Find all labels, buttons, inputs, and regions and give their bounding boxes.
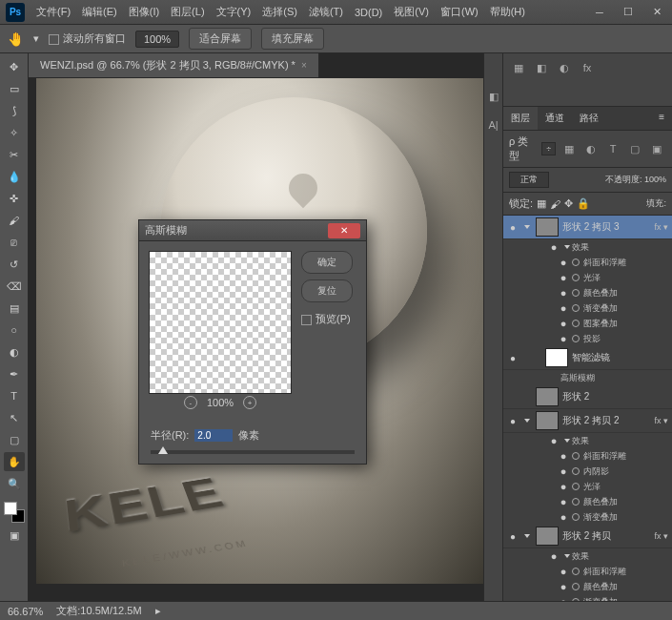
wand-tool[interactable]: ✧ [4, 123, 25, 142]
visibility-toggle[interactable]: ● [503, 353, 522, 363]
dialog-preview[interactable] [149, 251, 292, 394]
menu-3d[interactable]: 3D(D) [349, 7, 388, 18]
move-tool[interactable]: ✥ [4, 57, 25, 76]
tab-paths[interactable]: 路径 [572, 107, 606, 130]
fill-screen-button[interactable]: 填充屏幕 [261, 28, 324, 50]
layer-thumbnail[interactable] [536, 527, 559, 546]
fx-item[interactable]: ●光泽 [503, 270, 672, 285]
layer-name[interactable]: 形状 2 拷贝 [562, 529, 654, 543]
dialog-close-button[interactable]: ✕ [328, 223, 360, 238]
lock-position-icon[interactable]: ✥ [564, 197, 573, 210]
layer-name[interactable]: 智能滤镜 [572, 351, 672, 364]
menu-window[interactable]: 窗口(W) [435, 5, 484, 19]
fx-item[interactable]: ●斜面和浮雕 [503, 448, 672, 464]
close-button[interactable]: ✕ [643, 4, 670, 21]
type-tool[interactable]: T [4, 386, 25, 405]
layer-row[interactable]: ●形状 2 拷贝fx ▾ [503, 525, 672, 548]
history-panel-icon[interactable]: ◧ [484, 82, 502, 111]
filter-adjust-icon[interactable]: ◐ [582, 140, 601, 157]
color-panel-icon[interactable]: ▦ [509, 59, 528, 76]
eyedropper-tool[interactable]: 💧 [4, 167, 25, 186]
ok-button[interactable]: 确定 [301, 251, 353, 274]
styles-panel-icon[interactable]: fx [578, 59, 597, 76]
pen-tool[interactable]: ✒ [4, 364, 25, 383]
gradient-tool[interactable]: ▤ [4, 299, 25, 318]
menu-filter[interactable]: 滤镜(T) [303, 5, 349, 19]
blur-tool[interactable]: ○ [4, 320, 25, 340]
lock-all-icon[interactable]: 🔒 [577, 197, 590, 210]
lock-pixels-icon[interactable]: 🖌 [550, 198, 560, 210]
status-arrow-icon[interactable]: ▸ [155, 605, 161, 617]
layer-name[interactable]: 形状 2 拷贝 2 [562, 414, 654, 427]
fx-item[interactable]: ●图案叠加 [503, 316, 672, 331]
fx-badge[interactable]: fx ▾ [654, 531, 668, 541]
fx-item[interactable]: ●渐变叠加 [503, 300, 672, 316]
zoom-field[interactable]: 100% [135, 31, 179, 48]
hand-tool[interactable]: ✋ [4, 452, 25, 471]
minimize-button[interactable]: ─ [586, 4, 613, 21]
scroll-all-checkbox[interactable]: 滚动所有窗口 [49, 31, 126, 46]
quickmask-toggle[interactable]: ▣ [4, 526, 25, 545]
zoom-out-icon[interactable]: - [184, 396, 197, 409]
fx-item[interactable]: ●斜面和浮雕 [503, 255, 672, 270]
fx-group[interactable]: ●效果 [503, 433, 672, 448]
radius-input[interactable] [194, 429, 233, 442]
opacity-label[interactable]: 不透明度: 100% [605, 174, 666, 186]
layer-filter-dropdown[interactable]: ÷ [541, 142, 556, 155]
swatches-panel-icon[interactable]: ◧ [532, 59, 551, 76]
close-tab-icon[interactable]: × [301, 60, 307, 71]
menu-layer[interactable]: 图层(L) [165, 5, 210, 19]
brush-heal-tool[interactable]: ✜ [4, 189, 25, 208]
fit-screen-button[interactable]: 适合屏幕 [189, 28, 252, 50]
status-doc-size[interactable]: 文档:10.5M/12.5M [56, 604, 141, 618]
layer-row[interactable]: ●形状 2 拷贝 2fx ▾ [503, 409, 672, 433]
layer-thumbnail[interactable] [536, 217, 559, 237]
fx-item[interactable]: ●光泽 [503, 479, 672, 494]
menu-file[interactable]: 文件(F) [31, 5, 76, 19]
radius-slider[interactable] [151, 450, 355, 454]
zoom-in-icon[interactable]: + [243, 396, 256, 409]
maximize-button[interactable]: ☐ [615, 4, 641, 21]
slider-thumb[interactable] [158, 446, 168, 454]
fx-item[interactable]: ●投影 [503, 331, 672, 346]
fx-item[interactable]: ●渐变叠加 [503, 509, 672, 525]
dodge-tool[interactable]: ◐ [4, 342, 25, 362]
menu-help[interactable]: 帮助(H) [484, 5, 531, 19]
layer-thumbnail[interactable] [536, 387, 559, 406]
status-zoom[interactable]: 66.67% [8, 606, 43, 617]
filter-type-icon[interactable]: T [604, 140, 622, 157]
eraser-tool[interactable]: ⌫ [4, 277, 25, 296]
fx-item[interactable]: ●内阴影 [503, 464, 672, 479]
layer-thumbnail[interactable] [536, 411, 559, 430]
lock-transparency-icon[interactable]: ▦ [537, 197, 546, 210]
fx-group[interactable]: ●效果 [503, 548, 672, 564]
menu-type[interactable]: 文字(Y) [211, 5, 257, 19]
dialog-titlebar[interactable]: 高斯模糊 ✕ [139, 220, 366, 241]
menu-view[interactable]: 视图(V) [388, 5, 435, 19]
tab-layers[interactable]: 图层 [503, 107, 538, 130]
menu-select[interactable]: 选择(S) [256, 5, 303, 19]
history-brush-tool[interactable]: ↺ [4, 255, 25, 274]
reset-button[interactable]: 复位 [301, 279, 353, 302]
visibility-toggle[interactable]: ● [503, 531, 522, 542]
color-swatches[interactable] [4, 502, 25, 523]
layer-row[interactable]: 形状 2 [503, 385, 672, 409]
adjustments-panel-icon[interactable]: ◐ [555, 59, 574, 76]
fx-item[interactable]: ●颜色叠加 [503, 579, 672, 594]
zoom-tool[interactable]: 🔍 [4, 474, 25, 493]
filter-shape-icon[interactable]: ▢ [626, 140, 644, 157]
layer-row[interactable]: ●智能滤镜 [503, 346, 672, 370]
lasso-tool[interactable]: ⟆ [4, 101, 25, 120]
fx-item[interactable]: ●渐变叠加 [503, 594, 672, 601]
crop-tool[interactable]: ✂ [4, 145, 25, 164]
menu-image[interactable]: 图像(I) [123, 5, 165, 19]
layer-name[interactable]: 形状 2 [562, 390, 672, 403]
fill-label[interactable]: 填充: [646, 197, 666, 210]
brush-tool[interactable]: 🖌 [4, 211, 25, 230]
filter-smart-icon[interactable]: ▣ [648, 140, 666, 157]
char-panel-icon[interactable]: A| [484, 111, 502, 139]
tab-channels[interactable]: 通道 [538, 107, 572, 130]
visibility-toggle[interactable]: ● [503, 222, 522, 233]
blend-mode-dropdown[interactable]: 正常 [509, 172, 549, 188]
layer-row[interactable]: ●形状 2 拷贝 3fx ▾ [503, 216, 672, 239]
